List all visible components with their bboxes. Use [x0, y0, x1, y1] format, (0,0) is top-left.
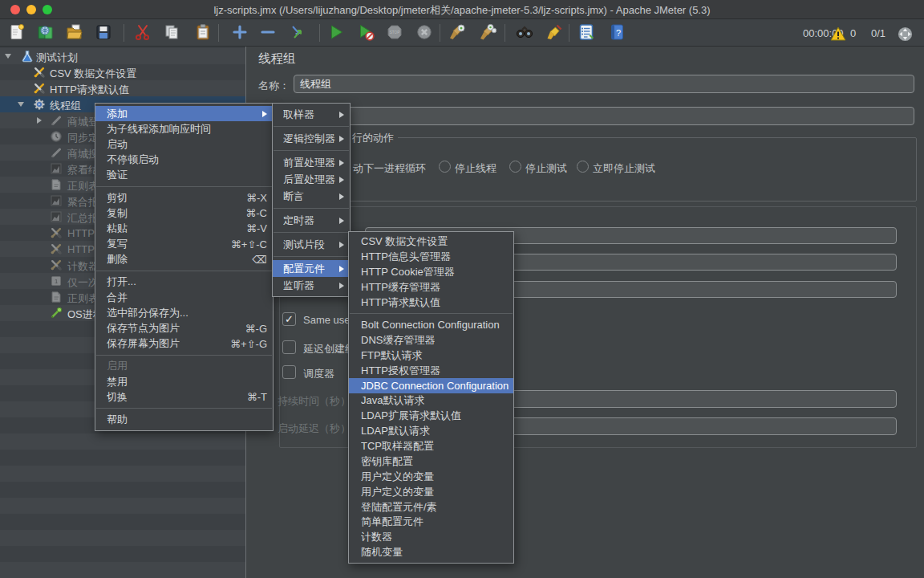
remote-indicator-button[interactable] [894, 23, 915, 44]
menu-item-13[interactable]: 合并 [95, 290, 273, 305]
search-reset-icon [545, 23, 563, 43]
menu-item-9[interactable]: HTTP授权管理器 [349, 363, 513, 378]
submenu-arrow-icon [339, 218, 344, 224]
menu-item-14[interactable]: TCP取样器配置 [349, 439, 513, 454]
start-icon [327, 23, 345, 43]
menu-item-1[interactable]: HTTP信息头管理器 [349, 250, 513, 265]
cut-icon [134, 23, 152, 43]
shutdown-button[interactable] [414, 22, 435, 43]
menu-item-2[interactable]: 启动 [95, 136, 273, 152]
menu-item-12[interactable]: 打开... [95, 275, 273, 290]
thread-count: 0/1 [871, 27, 886, 39]
once-only-icon: 1 [50, 275, 63, 287]
delay-create-checkbox[interactable] [282, 340, 296, 354]
expand-arrow-icon[interactable] [18, 102, 24, 107]
comments-field[interactable] [294, 107, 914, 125]
menu-item-22[interactable]: 帮助 [95, 412, 273, 427]
clear-all-button[interactable] [477, 22, 498, 43]
menu-item-20[interactable]: 切换⌘-T [95, 389, 273, 405]
paste-button[interactable] [192, 22, 213, 43]
open-file-button[interactable] [64, 22, 85, 43]
menu-item-15[interactable]: 保存节点为图片⌘-G [95, 320, 273, 336]
menu-item-4[interactable]: HTTP请求默认值 [349, 295, 513, 311]
tree-item-config-tools-1[interactable]: CSV 数据文件设置 [0, 64, 245, 80]
menu-item-6[interactable]: 剪切⌘-X [95, 190, 273, 206]
collapse-arrow-icon[interactable] [37, 117, 42, 124]
test-plan-icon [21, 50, 34, 63]
new-file-button[interactable] [6, 22, 27, 43]
save-button[interactable] [93, 22, 114, 43]
function-helper-button[interactable] [576, 22, 597, 43]
menu-item-6[interactable]: Bolt Connection Configuration [349, 317, 513, 332]
scheduler-checkbox[interactable] [282, 365, 296, 379]
collapse-all-button[interactable] [257, 22, 278, 43]
menu-item-13[interactable]: LDAP默认请求 [349, 424, 513, 439]
search-reset-button[interactable] [544, 22, 565, 43]
name-field[interactable]: 线程组 [294, 75, 914, 93]
menu-item-18[interactable]: 启用 [95, 359, 273, 374]
tree-item-config-tools-2[interactable]: HTTP请求默认值 [0, 80, 245, 96]
menu-item-17[interactable]: 用户定义的变量 [349, 484, 513, 499]
menu-item-8[interactable]: FTP默认请求 [349, 348, 513, 363]
menu-item-9[interactable]: 复写⌘+⇧-C [95, 237, 273, 252]
start-no-pauses-button[interactable] [355, 22, 376, 43]
menu-item-12[interactable]: 配置元件 [273, 260, 350, 277]
start-button[interactable] [326, 22, 346, 43]
menu-item-21[interactable]: 随机变量 [349, 545, 513, 560]
menu-item-6[interactable]: 断言 [273, 188, 350, 205]
menu-item-10[interactable]: 删除⌫ [95, 252, 273, 267]
menu-item-18[interactable]: 登陆配置元件/素 [349, 499, 513, 515]
clear-button[interactable] [447, 22, 468, 43]
templates-button[interactable] [35, 22, 56, 43]
radio-label-0: 停止线程 [455, 161, 496, 176]
same-user-checkbox[interactable]: ✓ [282, 312, 296, 326]
menu-item-4[interactable]: 前置处理器 [273, 154, 350, 171]
config-element-submenu: CSV 数据文件设置HTTP信息头管理器HTTP Cookie管理器HTTP缓存… [348, 231, 514, 564]
stop-button[interactable]: STOP [384, 22, 405, 43]
menu-item-16[interactable]: 用户定义的变量 [349, 469, 513, 484]
menu-item-12[interactable]: LDAP扩展请求默认值 [349, 409, 513, 424]
menu-item-14[interactable]: 选中部分保存为... [95, 305, 273, 320]
menu-item-2[interactable]: HTTP Cookie管理器 [349, 265, 513, 280]
menu-item-5[interactable]: 后置处理器 [273, 171, 350, 188]
menu-item-13[interactable]: 监听器 [273, 277, 350, 294]
menu-item-7[interactable]: 复制⌘-C [95, 206, 273, 221]
menu-item-11[interactable]: Java默认请求 [349, 393, 513, 409]
menu-item-3[interactable]: HTTP缓存管理器 [349, 280, 513, 295]
radio-continue-label-fragment[interactable]: 动下一进程循环 [353, 161, 426, 176]
menu-item-20[interactable]: 计数器 [349, 530, 513, 545]
menu-item-8[interactable]: 定时器 [273, 212, 350, 229]
menu-item-19[interactable]: 禁用 [95, 374, 273, 389]
submenu-arrow-icon [339, 283, 344, 289]
menu-item-7[interactable]: DNS缓存管理器 [349, 332, 513, 348]
radio-2[interactable] [577, 161, 589, 173]
help-button[interactable]: ? [606, 22, 627, 43]
radio-1[interactable] [509, 161, 521, 173]
tree-item-label: HTTP [67, 243, 95, 255]
menu-item-19[interactable]: 简单配置元件 [349, 515, 513, 530]
add-submenu: 取样器逻辑控制器前置处理器后置处理器断言定时器测试片段配置元件监听器 [272, 103, 351, 297]
expand-all-button[interactable] [229, 22, 250, 43]
menu-item-10[interactable]: JDBC Connection Configuration [349, 378, 513, 393]
radio-0[interactable] [439, 161, 451, 173]
menu-item-0[interactable]: 添加 [95, 106, 273, 121]
menu-item-3[interactable]: 不停顿启动 [95, 153, 273, 168]
cut-button[interactable] [132, 22, 153, 43]
thread-group-icon [33, 98, 46, 111]
tree-item-test-plan-0[interactable]: 测试计划 [0, 48, 245, 64]
log-errors-button[interactable] [828, 23, 849, 44]
menu-item-4[interactable]: 验证 [95, 168, 273, 183]
search-button[interactable] [514, 22, 535, 43]
menu-item-1[interactable]: 为子线程添加响应时间 [95, 121, 273, 136]
menu-item-15[interactable]: 密钥库配置 [349, 454, 513, 469]
menu-item-2[interactable]: 逻辑控制器 [273, 130, 350, 147]
menu-item-16[interactable]: 保存屏幕为图片⌘+⇧-G [95, 336, 273, 352]
new-file-icon [8, 23, 26, 43]
toggle-button[interactable] [287, 22, 308, 43]
menu-item-10[interactable]: 测试片段 [273, 236, 350, 253]
copy-button[interactable] [161, 22, 182, 43]
menu-item-8[interactable]: 粘贴⌘-V [95, 221, 273, 236]
menu-item-0[interactable]: CSV 数据文件设置 [349, 234, 513, 250]
expand-arrow-icon[interactable] [5, 54, 11, 59]
menu-item-0[interactable]: 取样器 [273, 106, 350, 123]
